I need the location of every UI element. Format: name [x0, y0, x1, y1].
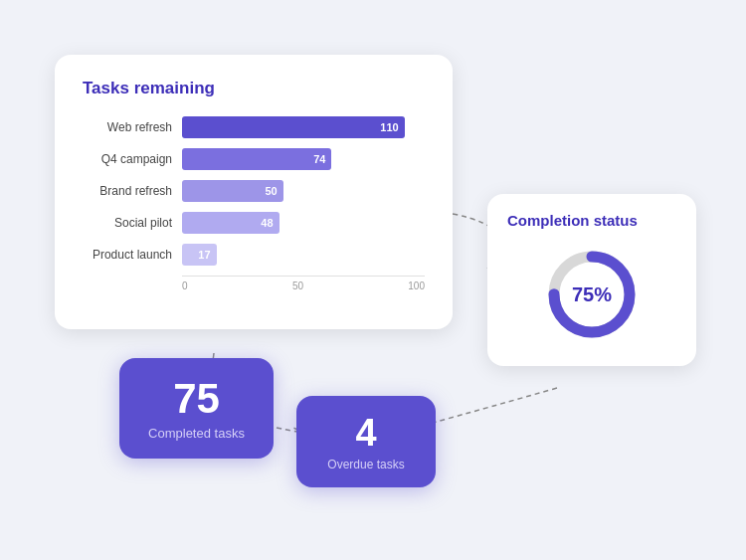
bar-value: 110	[380, 121, 398, 133]
completion-percentage: 75%	[572, 283, 612, 306]
donut-chart: 75%	[542, 245, 642, 344]
completed-tasks-card: 75 Completed tasks	[119, 358, 274, 459]
axis-row: 050100	[83, 276, 425, 291]
bar-row: Social pilot48	[83, 212, 425, 234]
bar-row: Product launch17	[83, 244, 425, 266]
bar-track: 110	[182, 116, 425, 138]
bar-label: Q4 campaign	[83, 152, 182, 166]
bar-label: Social pilot	[83, 216, 182, 230]
bar-chart: Web refresh110Q4 campaign74Brand refresh…	[83, 116, 425, 291]
bar-value: 50	[265, 185, 277, 197]
bar-row: Q4 campaign74	[83, 148, 425, 170]
bar-row: Brand refresh50	[83, 180, 425, 202]
overdue-tasks-number: 4	[310, 414, 422, 452]
bar-label: Product launch	[83, 248, 182, 262]
completion-status-card: Completion status 75%	[487, 194, 696, 366]
completed-tasks-label: Completed tasks	[135, 426, 258, 441]
bar-label: Web refresh	[83, 120, 182, 134]
bar-value: 48	[261, 217, 273, 229]
bar-fill: 50	[182, 180, 283, 202]
bar-track: 48	[182, 212, 425, 234]
bar-fill: 74	[182, 148, 331, 170]
bar-row: Web refresh110	[83, 116, 425, 138]
bar-value: 17	[198, 249, 210, 261]
completed-tasks-number: 75	[135, 378, 258, 420]
donut-container: 75%	[507, 245, 676, 344]
axis-tick: 50	[292, 280, 303, 291]
tasks-remaining-title: Tasks remaining	[83, 79, 425, 98]
bar-fill: 110	[182, 116, 405, 138]
bar-value: 74	[313, 153, 325, 165]
axis-tick: 0	[182, 280, 188, 291]
bar-track: 50	[182, 180, 425, 202]
completion-status-title: Completion status	[507, 212, 676, 229]
bar-fill: 48	[182, 212, 280, 234]
bar-track: 17	[182, 244, 425, 266]
overdue-tasks-label: Overdue tasks	[310, 458, 422, 471]
axis-tick: 100	[408, 280, 425, 291]
tasks-remaining-card: Tasks remaining Web refresh110Q4 campaig…	[55, 55, 453, 329]
bar-fill: 17	[182, 244, 217, 266]
bar-label: Brand refresh	[83, 184, 182, 198]
bar-track: 74	[182, 148, 425, 170]
overdue-tasks-card: 4 Overdue tasks	[296, 396, 436, 487]
